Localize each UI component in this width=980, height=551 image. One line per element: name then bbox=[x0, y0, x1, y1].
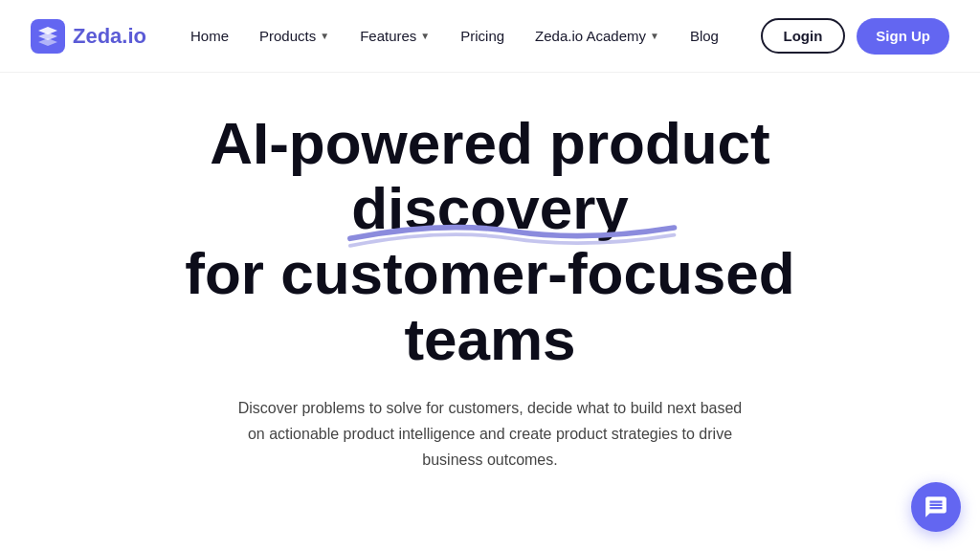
nav-academy[interactable]: Zeda.io Academy ▼ bbox=[522, 20, 673, 52]
logo-icon bbox=[31, 19, 65, 54]
chat-bubble-button[interactable] bbox=[911, 482, 961, 532]
nav-features[interactable]: Features ▼ bbox=[346, 20, 443, 52]
hero-subtitle: Discover problems to solve for customers… bbox=[232, 395, 748, 474]
features-chevron-icon: ▼ bbox=[420, 31, 430, 41]
logo-text: Zeda.io bbox=[73, 24, 146, 49]
signup-button[interactable]: Sign Up bbox=[857, 18, 949, 55]
nav-links: Home Products ▼ Features ▼ Pricing Zeda.… bbox=[177, 20, 752, 52]
chat-icon bbox=[924, 495, 948, 519]
nav-home[interactable]: Home bbox=[177, 20, 242, 52]
hero-section: AI-powered product discovery for custome… bbox=[0, 73, 980, 492]
academy-chevron-icon: ▼ bbox=[650, 31, 659, 41]
navbar: Zeda.io Home Products ▼ Features ▼ Prici… bbox=[0, 0, 980, 73]
nav-actions: Login Sign Up bbox=[761, 18, 950, 55]
hero-title-line4: teams bbox=[404, 306, 575, 372]
nav-pricing[interactable]: Pricing bbox=[447, 20, 518, 52]
hero-title-line1: AI-powered product bbox=[210, 110, 770, 176]
hero-title-discovery: discovery bbox=[351, 176, 629, 241]
nav-blog[interactable]: Blog bbox=[677, 20, 732, 52]
nav-products[interactable]: Products ▼ bbox=[246, 20, 343, 52]
products-chevron-icon: ▼ bbox=[320, 31, 329, 41]
hero-title: AI-powered product discovery for custome… bbox=[185, 111, 794, 372]
hero-title-line3: for customer-focused bbox=[185, 240, 794, 306]
login-button[interactable]: Login bbox=[761, 18, 846, 54]
logo-link[interactable]: Zeda.io bbox=[31, 19, 146, 54]
underline-decoration bbox=[332, 213, 692, 250]
